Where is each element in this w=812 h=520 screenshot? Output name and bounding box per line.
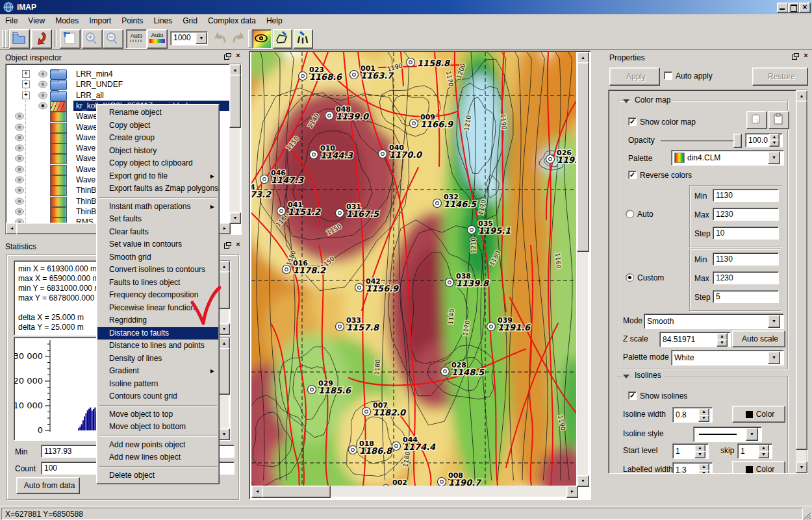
- visibility-eye-icon[interactable]: [15, 155, 24, 162]
- isoline-style-dropdown-arrow[interactable]: ▼: [746, 428, 758, 441]
- close-button[interactable]: ×: [799, 3, 811, 13]
- scroll-thumb[interactable]: [229, 75, 241, 128]
- visibility-eye-icon[interactable]: [15, 208, 24, 216]
- scroll-right-arrow[interactable]: ►: [566, 486, 578, 498]
- custom-min-field[interactable]: 1130: [713, 253, 779, 266]
- copy-colormap-button[interactable]: [746, 111, 767, 129]
- map-vscrollbar[interactable]: ▲ ▼: [577, 52, 588, 486]
- close-panel-icon[interactable]: ×: [234, 52, 242, 60]
- custom-step-field[interactable]: 5: [713, 290, 779, 303]
- visibility-eye-icon[interactable]: [15, 112, 24, 120]
- visibility-eye-icon[interactable]: [15, 186, 24, 194]
- spin-down[interactable]: ▼: [758, 451, 769, 458]
- isoline-color-button[interactable]: Color: [732, 406, 785, 423]
- colormap-collapse-icon[interactable]: [623, 97, 629, 103]
- tree-row[interactable]: +LRR_min4: [6, 69, 229, 79]
- labelled-color-button[interactable]: Color: [732, 461, 785, 474]
- menu-view[interactable]: View: [23, 14, 50, 28]
- tree-row[interactable]: +LRR_all: [6, 90, 229, 101]
- scroll-thumb[interactable]: [577, 62, 589, 252]
- show-colormap-checkbox[interactable]: ✓: [628, 118, 637, 126]
- open-file-button[interactable]: [9, 29, 30, 49]
- close-panel-icon[interactable]: ×: [234, 241, 242, 249]
- scroll-right-arrow[interactable]: ►: [219, 223, 231, 234]
- spin-down[interactable]: ▼: [698, 415, 709, 422]
- zoom-level-combobox[interactable]: 1000 ▼: [170, 31, 208, 45]
- context-menu-item-delete-object[interactable]: Delete object: [97, 469, 218, 482]
- menu-points[interactable]: Points: [116, 14, 148, 28]
- zoom-out-button[interactable]: [103, 29, 123, 49]
- menu-file[interactable]: File: [0, 14, 23, 28]
- zscale-spinbox[interactable]: 84.51971 ▲ ▼: [659, 332, 731, 347]
- auto-radio[interactable]: [626, 210, 634, 218]
- opacity-slider-track[interactable]: [661, 140, 740, 142]
- toolbar-handle[interactable]: [5, 30, 8, 48]
- skip-spinbox[interactable]: 1 ▲ ▼: [737, 443, 772, 459]
- visibility-eye-icon[interactable]: [15, 123, 24, 131]
- float-panel-icon[interactable]: [223, 53, 232, 61]
- scroll-thumb[interactable]: [218, 348, 230, 395]
- tree-expand-button[interactable]: +: [22, 92, 30, 99]
- paste-colormap-button[interactable]: [768, 111, 789, 129]
- close-panel-icon[interactable]: ×: [802, 52, 810, 60]
- context-menu-item-convert-isolines-to-contours[interactable]: Convert isolines to contours: [97, 264, 218, 277]
- context-menu-item-set-faults[interactable]: Set faults: [97, 213, 218, 226]
- context-menu-item-contours-count-grid[interactable]: Contours count grid: [97, 390, 218, 403]
- visibility-eye-icon[interactable]: [15, 176, 24, 184]
- context-menu-item-export-grid-to-file[interactable]: Export grid to file▶: [97, 170, 218, 183]
- context-menu-item-instant-math-operations[interactable]: Instant math operations▶: [97, 201, 218, 214]
- isoline-style-combobox[interactable]: ▼: [693, 427, 762, 442]
- context-menu-item-isoline-pattern[interactable]: Isoline pattern: [97, 378, 218, 391]
- map-hscrollbar[interactable]: ◄ ►: [251, 486, 577, 497]
- spin-down[interactable]: ▼: [698, 470, 709, 474]
- restore-button[interactable]: Restore: [752, 68, 808, 86]
- undo-button[interactable]: [212, 30, 229, 47]
- opacity-slider-handle[interactable]: [733, 134, 742, 148]
- map-canvas[interactable]: 1200121011901210117011801160115011401190…: [251, 52, 576, 486]
- scroll-down-arrow[interactable]: ▼: [796, 462, 807, 473]
- context-menu-item-create-group[interactable]: Create group: [97, 132, 218, 145]
- context-menu-item-move-object-to-top[interactable]: Move object to top: [97, 408, 218, 421]
- context-menu-item-export-faults-as-zmap-polygons[interactable]: Export faults as Zmap polygons: [97, 182, 218, 195]
- visibility-eye-icon[interactable]: [15, 144, 24, 152]
- tree-expand-button[interactable]: +: [22, 70, 30, 78]
- context-menu-item-copy-object-to-clipboard[interactable]: Copy object to clipboard: [97, 157, 218, 170]
- auto-max-field[interactable]: 1230: [713, 208, 779, 221]
- edit-arrows-button[interactable]: [294, 29, 313, 49]
- histogram-vscrollbar[interactable]: ▲ ▼: [218, 338, 229, 439]
- redo-button[interactable]: [230, 30, 247, 47]
- scroll-thumb[interactable]: [262, 486, 331, 498]
- minimize-button[interactable]: [777, 3, 789, 13]
- auto-from-data-button[interactable]: Auto from data: [16, 477, 80, 494]
- context-menu-item-distance-to-lines-and-points[interactable]: Distance to lines and points: [97, 340, 218, 353]
- float-panel-icon[interactable]: [223, 242, 232, 250]
- custom-radio[interactable]: [626, 273, 634, 282]
- palette-dropdown-arrow[interactable]: ▼: [768, 151, 780, 164]
- spin-down[interactable]: ▼: [694, 451, 705, 458]
- auto-scale-toggle[interactable]: Auto: [126, 29, 147, 49]
- spin-down[interactable]: ▼: [717, 340, 728, 347]
- auto-scale-button[interactable]: Auto scale: [732, 330, 785, 347]
- menu-complex-data[interactable]: Complex data: [203, 14, 261, 28]
- menu-modes[interactable]: Modes: [50, 14, 84, 28]
- properties-vscrollbar[interactable]: ▲ ▼: [796, 90, 806, 472]
- custom-max-field[interactable]: 1230: [713, 271, 779, 284]
- visibility-eye-icon[interactable]: [15, 197, 24, 205]
- scroll-down-arrow[interactable]: ▼: [577, 475, 589, 487]
- apply-button[interactable]: Apply: [609, 68, 660, 86]
- context-menu-item-gradient[interactable]: Gradient▶: [97, 365, 218, 378]
- tree-vscrollbar[interactable]: ▲ ▼: [229, 64, 240, 223]
- visibility-eye-icon[interactable]: [15, 166, 24, 173]
- visibility-eye-icon[interactable]: [38, 80, 47, 88]
- scroll-down-arrow[interactable]: ▼: [218, 428, 230, 440]
- isolines-collapse-icon[interactable]: [623, 372, 629, 378]
- tree-row[interactable]: +LRR_UNDEF: [6, 79, 229, 90]
- scroll-thumb[interactable]: [796, 101, 807, 450]
- edit-polygon-button[interactable]: [273, 29, 292, 49]
- context-menu-item-add-new-lines-object[interactable]: Add new lines object: [97, 451, 218, 464]
- auto-min-field[interactable]: 1130: [713, 189, 779, 202]
- context-menu-item-smooth-grid[interactable]: Smooth grid: [97, 251, 218, 264]
- auto-apply-checkbox[interactable]: [664, 71, 672, 80]
- visibility-eye-icon[interactable]: [38, 70, 47, 78]
- mode-combobox[interactable]: Smooth ▼: [644, 314, 784, 329]
